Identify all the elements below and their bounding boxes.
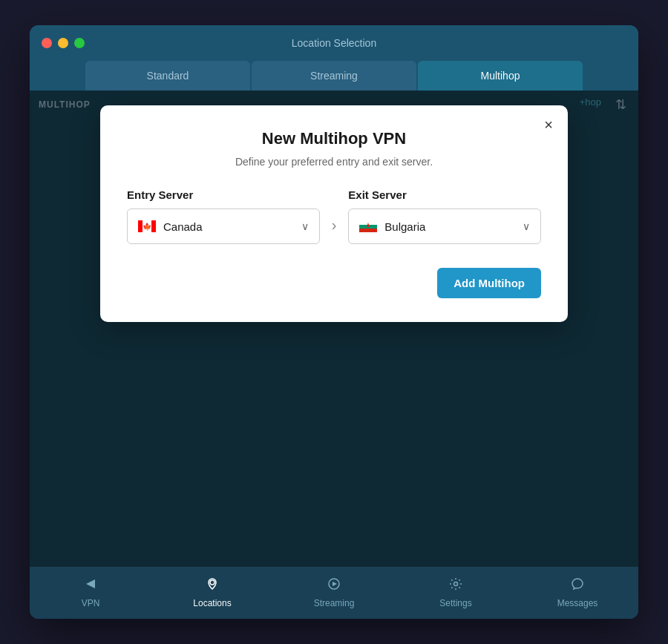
- add-multihop-button[interactable]: Add Multihop: [437, 268, 541, 298]
- nav-item-vpn[interactable]: VPN: [30, 577, 151, 608]
- modal-footer: Add Multihop: [127, 268, 541, 298]
- tab-bar: Standard Streaming Multihop: [30, 61, 638, 91]
- messages-icon: [571, 577, 584, 594]
- exit-server-col: Exit Server Bulgaria: [348, 188, 541, 244]
- modal-subtitle: Define your preferred entry and exit ser…: [127, 156, 541, 168]
- svg-rect-2: [151, 220, 156, 232]
- bulgaria-flag-icon: [359, 220, 377, 232]
- entry-server-chevron-icon: ∨: [301, 220, 309, 232]
- maximize-button[interactable]: [74, 38, 85, 48]
- server-selection-row: Entry Server 🍁 Canada: [127, 188, 541, 244]
- bottom-nav: VPN Locations Streaming: [30, 567, 638, 619]
- svg-rect-6: [359, 229, 377, 232]
- window-controls: [42, 38, 85, 48]
- nav-label-vpn: VPN: [82, 598, 100, 608]
- titlebar: Location Selection: [30, 25, 638, 61]
- tab-standard[interactable]: Standard: [85, 61, 250, 91]
- modal-title: New Multihop VPN: [127, 129, 541, 148]
- nav-label-messages: Messages: [557, 598, 598, 608]
- vpn-icon: [84, 577, 97, 594]
- minimize-button[interactable]: [58, 38, 68, 48]
- exit-server-label: Exit Server: [348, 188, 541, 201]
- modal-overlay: × New Multihop VPN Define your preferred…: [30, 91, 638, 567]
- locations-icon: [206, 577, 219, 594]
- svg-text:🍁: 🍁: [143, 222, 152, 231]
- tab-multihop[interactable]: Multihop: [418, 61, 583, 91]
- modal-close-button[interactable]: ×: [544, 117, 553, 132]
- tab-streaming[interactable]: Streaming: [252, 61, 416, 91]
- arrow-between-icon: ›: [332, 217, 337, 244]
- app-window: Location Selection Standard Streaming Mu…: [30, 25, 638, 619]
- nav-item-streaming[interactable]: Streaming: [273, 577, 395, 608]
- exit-server-select[interactable]: Bulgaria ∨: [348, 208, 541, 244]
- svg-point-12: [454, 582, 458, 586]
- content-area: MULTIHOP ⇅ +hop × New Multihop VPN Defin…: [30, 91, 638, 567]
- nav-item-messages[interactable]: Messages: [517, 577, 638, 608]
- nav-item-locations[interactable]: Locations: [151, 577, 273, 608]
- entry-server-label: Entry Server: [127, 188, 320, 201]
- entry-server-inner: 🍁 Canada: [138, 220, 203, 233]
- entry-server-select[interactable]: 🍁 Canada ∨: [127, 208, 320, 244]
- canada-flag-icon: 🍁: [138, 220, 156, 232]
- nav-label-locations: Locations: [193, 598, 231, 608]
- exit-server-value: Bulgaria: [384, 220, 425, 233]
- streaming-icon: [327, 577, 341, 594]
- nav-label-streaming: Streaming: [314, 598, 355, 608]
- nav-item-settings[interactable]: Settings: [395, 577, 517, 608]
- nav-label-settings: Settings: [439, 598, 471, 608]
- settings-icon: [449, 577, 462, 594]
- close-button[interactable]: [42, 38, 52, 48]
- multihop-modal: × New Multihop VPN Define your preferred…: [100, 105, 568, 322]
- svg-marker-11: [333, 582, 337, 586]
- window-title: Location Selection: [292, 37, 376, 49]
- entry-server-col: Entry Server 🍁 Canada: [127, 188, 320, 244]
- svg-marker-8: [86, 579, 95, 588]
- svg-point-9: [210, 580, 215, 585]
- entry-server-value: Canada: [163, 220, 203, 233]
- exit-server-chevron-icon: ∨: [523, 220, 530, 232]
- exit-server-inner: Bulgaria: [359, 220, 425, 233]
